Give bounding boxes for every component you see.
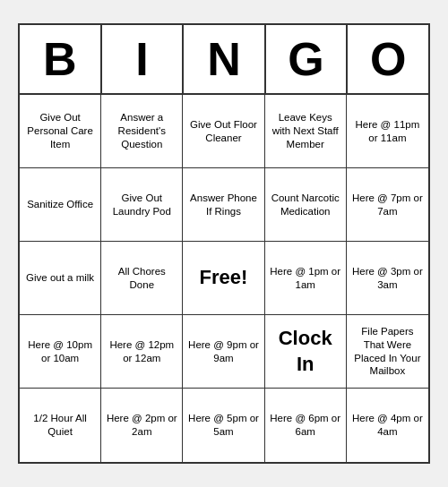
bingo-cell[interactable]: Here @ 10pm or 10am <box>20 315 101 389</box>
bingo-cell[interactable]: Here @ 5pm or 5am <box>183 389 264 462</box>
bingo-cell[interactable]: Here @ 9pm or 9am <box>183 315 264 389</box>
bingo-cell[interactable]: Here @ 12pm or 12am <box>101 315 183 389</box>
bingo-cell[interactable]: Answer a Resident's Question <box>101 95 183 168</box>
bingo-cell[interactable]: Give Out Floor Cleaner <box>183 95 264 168</box>
bingo-cell[interactable]: Here @ 6pm or 6am <box>265 389 347 462</box>
bingo-cell[interactable]: Count Narcotic Medication <box>265 168 347 242</box>
bingo-cell[interactable]: Here @ 4pm or 4am <box>347 389 428 462</box>
bingo-cell[interactable]: Clock In <box>265 315 347 389</box>
bingo-cell[interactable]: Here @ 7pm or 7am <box>347 168 428 242</box>
bingo-card: BINGO Give Out Personal Care ItemAnswer … <box>18 23 430 464</box>
bingo-header-letter: N <box>184 25 266 93</box>
bingo-cell[interactable]: Sanitize Office <box>20 168 101 242</box>
bingo-header-letter: B <box>20 25 102 93</box>
bingo-header-letter: I <box>102 25 185 93</box>
bingo-cell[interactable]: Here @ 1pm or 1am <box>265 242 347 315</box>
bingo-cell[interactable]: Give Out Personal Care Item <box>20 95 101 168</box>
bingo-header-letter: O <box>348 25 428 93</box>
bingo-cell[interactable]: Here @ 2pm or 2am <box>101 389 183 462</box>
bingo-cell[interactable]: Answer Phone If Rings <box>183 168 264 242</box>
bingo-cell[interactable]: File Papers That Were Placed In Your Mai… <box>347 315 428 389</box>
bingo-header: BINGO <box>20 25 428 95</box>
bingo-grid: Give Out Personal Care ItemAnswer a Resi… <box>20 95 428 462</box>
bingo-cell[interactable]: 1/2 Hour All Quiet <box>20 389 101 462</box>
bingo-header-letter: G <box>266 25 349 93</box>
bingo-cell[interactable]: Free! <box>183 242 264 315</box>
bingo-cell[interactable]: Leave Keys with Next Staff Member <box>265 95 347 168</box>
bingo-cell[interactable]: Here @ 3pm or 3am <box>347 242 428 315</box>
bingo-cell[interactable]: Give Out Laundry Pod <box>101 168 183 242</box>
bingo-cell[interactable]: Give out a milk <box>20 242 101 315</box>
bingo-cell[interactable]: All Chores Done <box>101 242 183 315</box>
bingo-cell[interactable]: Here @ 11pm or 11am <box>347 95 428 168</box>
